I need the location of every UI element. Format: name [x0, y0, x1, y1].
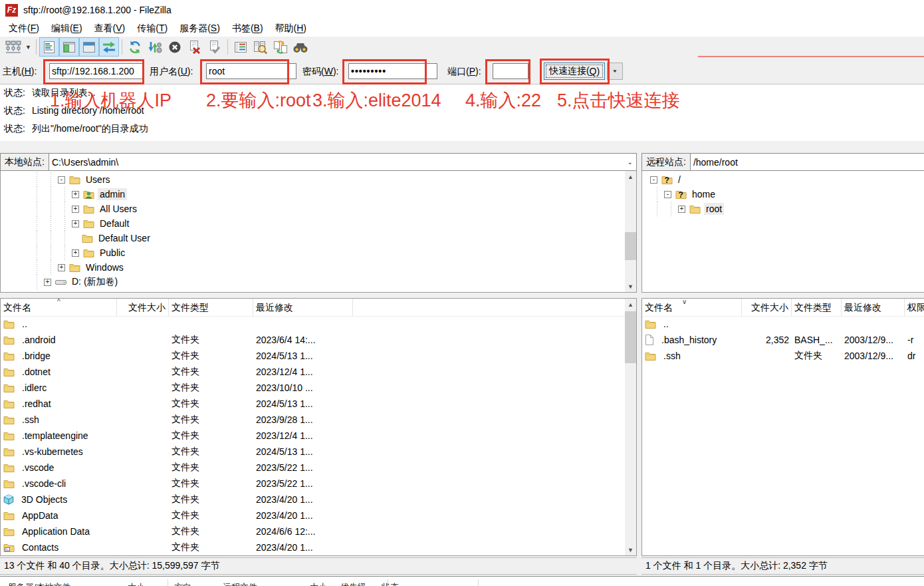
menu-item-1[interactable]: 文件(F)	[3, 21, 45, 37]
expand-icon[interactable]: +	[58, 264, 65, 271]
tree-indent-guide	[30, 231, 44, 245]
tree-item[interactable]: -Users	[1, 172, 636, 187]
scroll-down-icon[interactable]: ▼	[625, 544, 636, 555]
toggle-log-view-button[interactable]	[39, 37, 59, 57]
menu-item-6[interactable]: 书签(B)	[226, 21, 269, 37]
local-list-scrollbar[interactable]: ▲ ▼	[625, 299, 636, 555]
expand-icon[interactable]: +	[678, 206, 685, 213]
menu-item-4[interactable]: 传输(T)	[131, 21, 173, 37]
column-header-mod[interactable]: 最近修改	[253, 299, 353, 316]
password-input[interactable]	[348, 63, 437, 79]
expand-icon[interactable]: +	[44, 279, 51, 286]
scrollbar-thumb[interactable]	[625, 232, 636, 260]
window-title: sftp://root@192.168.1.200 - FileZilla	[23, 5, 172, 15]
quickconnect-bar: 主机(H): 用户名(U): 密码(W): 端口(P): 快速连接(Q) ▼	[0, 57, 924, 84]
scroll-down-icon[interactable]: ▼	[625, 281, 636, 292]
refresh-button[interactable]	[125, 37, 145, 57]
menu-item-2[interactable]: 编辑(E)	[45, 21, 88, 37]
log-splitter[interactable]	[0, 141, 924, 153]
find-files-button[interactable]	[290, 37, 310, 57]
directory-filter-button[interactable]	[231, 37, 251, 57]
file-name-cell: AppData	[1, 510, 117, 521]
collapse-icon[interactable]: -	[664, 191, 671, 198]
file-row[interactable]: .bridge文件夹2024/5/13 1...	[1, 348, 636, 364]
tree-item[interactable]: +Windows	[1, 260, 636, 275]
tree-item[interactable]: +All Users	[1, 202, 636, 216]
tree-item[interactable]: +root	[642, 202, 924, 216]
tree-item[interactable]: -?/	[642, 172, 924, 187]
tree-item[interactable]: +D: (新加卷)	[1, 275, 636, 289]
site-manager-dropdown-button[interactable]: ▼	[23, 38, 33, 56]
panel-splitter[interactable]	[637, 153, 641, 586]
collapse-icon[interactable]: -	[58, 176, 65, 184]
file-row[interactable]: ..	[642, 316, 924, 332]
toggle-remote-tree-button[interactable]	[79, 37, 99, 57]
quickconnect-dropdown-button[interactable]: ▼	[607, 63, 623, 80]
svg-text:?: ?	[665, 176, 669, 184]
file-row[interactable]: .android文件夹2023/6/4 14:...	[1, 332, 636, 348]
file-row[interactable]: AppData文件夹2023/4/20 1...	[1, 508, 636, 523]
menu-item-5[interactable]: 服务器(S)	[173, 21, 226, 37]
chevron-down-icon[interactable]: ⌄	[628, 158, 633, 166]
file-row[interactable]: .vscode文件夹2023/5/22 1...	[1, 460, 636, 476]
tree-item[interactable]: -?home	[642, 187, 924, 202]
column-header-size[interactable]: 文件大小	[742, 299, 792, 316]
file-row[interactable]: Application Data文件夹2024/6/6 12:...	[1, 523, 636, 539]
disconnect-button[interactable]	[185, 37, 205, 57]
file-row[interactable]: .redhat文件夹2024/5/13 1...	[1, 396, 636, 412]
file-row[interactable]: .vscode-cli文件夹2023/5/22 1...	[1, 476, 636, 492]
file-row[interactable]: Contacts文件夹2023/4/20 1...	[1, 539, 636, 555]
remote-site-combobox[interactable]	[691, 153, 924, 171]
expand-icon[interactable]: +	[72, 191, 79, 198]
file-row[interactable]: .idlerc文件夹2023/10/10 ...	[1, 380, 636, 396]
scroll-up-icon[interactable]: ▲	[625, 171, 636, 182]
cancel-button[interactable]	[165, 37, 185, 57]
tree-item[interactable]: +admin	[1, 187, 636, 202]
menu-item-3[interactable]: 查看(V)	[88, 21, 132, 37]
reconnect-button[interactable]	[205, 37, 225, 57]
file-row[interactable]: .dotnet文件夹2023/12/4 1...	[1, 364, 636, 380]
tree-item[interactable]: +Public	[1, 245, 636, 260]
file-row[interactable]: .ssh文件夹2023/9/28 1...	[1, 412, 636, 428]
column-header-size[interactable]: 文件大小	[117, 299, 169, 316]
expand-icon[interactable]: +	[72, 206, 79, 213]
toggle-local-tree-button[interactable]	[59, 37, 79, 57]
file-row[interactable]: ..	[1, 316, 636, 332]
expand-icon[interactable]: +	[72, 249, 79, 257]
synchronized-browsing-button[interactable]	[271, 37, 290, 57]
tree-item[interactable]: +Default	[1, 216, 636, 231]
process-queue-button[interactable]	[145, 37, 165, 57]
file-type-cell: 文件夹	[169, 525, 253, 537]
menu-item-7[interactable]: 帮助(H)	[269, 21, 312, 37]
file-row[interactable]: .templateengine文件夹2023/12/4 1...	[1, 428, 636, 444]
file-row[interactable]: .vs-kubernetes文件夹2024/5/13 1...	[1, 444, 636, 460]
file-row[interactable]: .bash_history2,352BASH_...2003/12/9...-r	[642, 332, 924, 348]
site-manager-button[interactable]	[3, 37, 23, 57]
scroll-up-icon[interactable]: ▲	[625, 299, 636, 310]
port-label: 端口(P):	[447, 66, 481, 78]
expand-icon[interactable]: +	[72, 220, 79, 227]
tree-item[interactable]: Default User	[1, 231, 636, 245]
column-header-name[interactable]: 文件名∨	[642, 299, 742, 316]
file-row[interactable]: .ssh文件夹2003/12/9...dr	[642, 348, 924, 364]
file-row[interactable]: 3D Objects文件夹2023/4/20 1...	[1, 492, 636, 508]
column-header-type[interactable]: 文件类型	[792, 299, 842, 316]
port-input[interactable]	[493, 63, 528, 79]
column-header-mod[interactable]: 最近修改	[842, 299, 905, 316]
local-tree-scrollbar[interactable]: ▲ ▼	[625, 171, 636, 292]
column-header-type[interactable]: 文件类型	[169, 299, 253, 316]
local-path-input[interactable]	[49, 157, 636, 168]
toggle-transfer-queue-button[interactable]	[99, 37, 119, 57]
remote-path-input[interactable]	[691, 157, 924, 168]
directory-compare-button[interactable]	[251, 37, 271, 57]
file-name-label: .idlerc	[22, 382, 47, 393]
column-header-perm[interactable]: 权限	[905, 299, 924, 316]
scrollbar-thumb[interactable]	[625, 311, 636, 363]
quickconnect-button[interactable]: 快速连接(Q)	[544, 63, 605, 80]
column-header-name[interactable]: 文件名^	[1, 299, 117, 316]
file-name-label: ..	[663, 319, 669, 329]
local-site-combobox[interactable]: ⌄	[49, 153, 637, 171]
username-input[interactable]	[206, 63, 296, 79]
collapse-icon[interactable]: -	[650, 176, 657, 184]
host-input[interactable]	[49, 63, 144, 79]
